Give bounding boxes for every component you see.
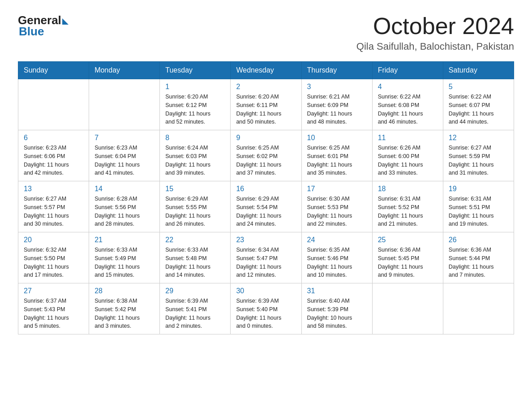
day-number: 4 bbox=[378, 83, 438, 91]
calendar-cell: 22Sunrise: 6:33 AMSunset: 5:48 PMDayligh… bbox=[160, 232, 231, 283]
day-info: Sunrise: 6:25 AMSunset: 6:02 PMDaylight:… bbox=[236, 144, 296, 177]
day-info: Sunrise: 6:34 AMSunset: 5:47 PMDaylight:… bbox=[236, 246, 296, 279]
day-info: Sunrise: 6:32 AMSunset: 5:50 PMDaylight:… bbox=[24, 246, 83, 279]
location-title: Qila Saifullah, Balochistan, Pakistan bbox=[356, 41, 514, 52]
day-info: Sunrise: 6:40 AMSunset: 5:39 PMDaylight:… bbox=[307, 297, 367, 330]
calendar-cell: 9Sunrise: 6:25 AMSunset: 6:02 PMDaylight… bbox=[231, 130, 301, 181]
month-title: October 2024 bbox=[356, 13, 514, 39]
day-info: Sunrise: 6:22 AMSunset: 6:08 PMDaylight:… bbox=[378, 93, 438, 126]
calendar-cell: 1Sunrise: 6:20 AMSunset: 6:12 PMDaylight… bbox=[160, 79, 231, 130]
day-number: 2 bbox=[236, 83, 296, 91]
day-number: 7 bbox=[94, 134, 154, 142]
calendar-cell: 26Sunrise: 6:36 AMSunset: 5:44 PMDayligh… bbox=[443, 232, 514, 283]
day-number: 3 bbox=[307, 83, 367, 91]
calendar-cell: 21Sunrise: 6:33 AMSunset: 5:49 PMDayligh… bbox=[89, 232, 160, 283]
day-info: Sunrise: 6:38 AMSunset: 5:42 PMDaylight:… bbox=[94, 297, 154, 330]
calendar-table: SundayMondayTuesdayWednesdayThursdayFrid… bbox=[18, 61, 514, 334]
calendar-week-4: 20Sunrise: 6:32 AMSunset: 5:50 PMDayligh… bbox=[18, 232, 514, 283]
calendar-cell: 8Sunrise: 6:24 AMSunset: 6:03 PMDaylight… bbox=[160, 130, 231, 181]
day-number: 12 bbox=[449, 134, 508, 142]
day-info: Sunrise: 6:31 AMSunset: 5:52 PMDaylight:… bbox=[378, 195, 438, 228]
day-info: Sunrise: 6:39 AMSunset: 5:40 PMDaylight:… bbox=[236, 297, 296, 330]
day-number: 30 bbox=[236, 287, 296, 295]
day-number: 27 bbox=[24, 287, 83, 295]
calendar-cell bbox=[372, 283, 443, 334]
calendar-week-1: 1Sunrise: 6:20 AMSunset: 6:12 PMDaylight… bbox=[18, 79, 514, 130]
logo-blue-text: Blue bbox=[19, 25, 44, 39]
day-number: 28 bbox=[94, 287, 154, 295]
day-info: Sunrise: 6:20 AMSunset: 6:11 PMDaylight:… bbox=[236, 93, 296, 126]
day-info: Sunrise: 6:27 AMSunset: 5:59 PMDaylight:… bbox=[449, 144, 508, 177]
day-number: 14 bbox=[94, 185, 154, 193]
logo-triangle-icon bbox=[62, 18, 69, 25]
weekday-header-monday: Monday bbox=[89, 62, 160, 79]
day-number: 17 bbox=[307, 185, 367, 193]
day-number: 24 bbox=[307, 236, 367, 244]
calendar-cell: 14Sunrise: 6:28 AMSunset: 5:56 PMDayligh… bbox=[89, 181, 160, 232]
page-header: General Blue October 2024 Qila Saifullah… bbox=[18, 13, 514, 52]
day-info: Sunrise: 6:20 AMSunset: 6:12 PMDaylight:… bbox=[165, 93, 225, 126]
day-number: 15 bbox=[165, 185, 225, 193]
calendar-cell: 19Sunrise: 6:31 AMSunset: 5:51 PMDayligh… bbox=[443, 181, 514, 232]
day-info: Sunrise: 6:29 AMSunset: 5:55 PMDaylight:… bbox=[165, 195, 225, 228]
day-number: 26 bbox=[449, 236, 508, 244]
calendar-cell: 15Sunrise: 6:29 AMSunset: 5:55 PMDayligh… bbox=[160, 181, 231, 232]
day-info: Sunrise: 6:30 AMSunset: 5:53 PMDaylight:… bbox=[307, 195, 367, 228]
day-info: Sunrise: 6:39 AMSunset: 5:41 PMDaylight:… bbox=[165, 297, 225, 330]
day-info: Sunrise: 6:22 AMSunset: 6:07 PMDaylight:… bbox=[449, 93, 508, 126]
day-number: 6 bbox=[24, 134, 83, 142]
calendar-week-3: 13Sunrise: 6:27 AMSunset: 5:57 PMDayligh… bbox=[18, 181, 514, 232]
calendar-cell bbox=[443, 283, 514, 334]
day-info: Sunrise: 6:21 AMSunset: 6:09 PMDaylight:… bbox=[307, 93, 367, 126]
weekday-header-wednesday: Wednesday bbox=[231, 62, 301, 79]
calendar-cell: 23Sunrise: 6:34 AMSunset: 5:47 PMDayligh… bbox=[231, 232, 301, 283]
calendar-week-5: 27Sunrise: 6:37 AMSunset: 5:43 PMDayligh… bbox=[18, 283, 514, 334]
day-number: 5 bbox=[449, 83, 508, 91]
day-number: 1 bbox=[165, 83, 225, 91]
calendar-cell: 20Sunrise: 6:32 AMSunset: 5:50 PMDayligh… bbox=[18, 232, 89, 283]
day-info: Sunrise: 6:23 AMSunset: 6:04 PMDaylight:… bbox=[94, 144, 154, 177]
calendar-cell: 27Sunrise: 6:37 AMSunset: 5:43 PMDayligh… bbox=[18, 283, 89, 334]
day-number: 10 bbox=[307, 134, 367, 142]
day-info: Sunrise: 6:26 AMSunset: 6:00 PMDaylight:… bbox=[378, 144, 438, 177]
weekday-header-tuesday: Tuesday bbox=[160, 62, 231, 79]
day-info: Sunrise: 6:23 AMSunset: 6:06 PMDaylight:… bbox=[24, 144, 83, 177]
weekday-header-saturday: Saturday bbox=[443, 62, 514, 79]
calendar-cell: 7Sunrise: 6:23 AMSunset: 6:04 PMDaylight… bbox=[89, 130, 160, 181]
title-section: October 2024 Qila Saifullah, Balochistan… bbox=[356, 13, 514, 52]
calendar-cell: 31Sunrise: 6:40 AMSunset: 5:39 PMDayligh… bbox=[301, 283, 372, 334]
weekday-header-thursday: Thursday bbox=[301, 62, 372, 79]
logo: General Blue bbox=[18, 13, 69, 39]
day-info: Sunrise: 6:36 AMSunset: 5:44 PMDaylight:… bbox=[449, 246, 508, 279]
day-number: 11 bbox=[378, 134, 438, 142]
calendar-cell: 28Sunrise: 6:38 AMSunset: 5:42 PMDayligh… bbox=[89, 283, 160, 334]
calendar-cell: 11Sunrise: 6:26 AMSunset: 6:00 PMDayligh… bbox=[372, 130, 443, 181]
day-number: 23 bbox=[236, 236, 296, 244]
day-info: Sunrise: 6:27 AMSunset: 5:57 PMDaylight:… bbox=[24, 195, 83, 228]
calendar-cell: 10Sunrise: 6:25 AMSunset: 6:01 PMDayligh… bbox=[301, 130, 372, 181]
day-number: 8 bbox=[165, 134, 225, 142]
day-info: Sunrise: 6:29 AMSunset: 5:54 PMDaylight:… bbox=[236, 195, 296, 228]
calendar-cell: 2Sunrise: 6:20 AMSunset: 6:11 PMDaylight… bbox=[231, 79, 301, 130]
day-info: Sunrise: 6:33 AMSunset: 5:48 PMDaylight:… bbox=[165, 246, 225, 279]
day-info: Sunrise: 6:31 AMSunset: 5:51 PMDaylight:… bbox=[449, 195, 508, 228]
calendar-cell: 12Sunrise: 6:27 AMSunset: 5:59 PMDayligh… bbox=[443, 130, 514, 181]
calendar-cell: 24Sunrise: 6:35 AMSunset: 5:46 PMDayligh… bbox=[301, 232, 372, 283]
calendar-cell: 3Sunrise: 6:21 AMSunset: 6:09 PMDaylight… bbox=[301, 79, 372, 130]
day-info: Sunrise: 6:37 AMSunset: 5:43 PMDaylight:… bbox=[24, 297, 83, 330]
calendar-cell: 6Sunrise: 6:23 AMSunset: 6:06 PMDaylight… bbox=[18, 130, 89, 181]
calendar-cell: 4Sunrise: 6:22 AMSunset: 6:08 PMDaylight… bbox=[372, 79, 443, 130]
day-number: 9 bbox=[236, 134, 296, 142]
day-number: 16 bbox=[236, 185, 296, 193]
day-number: 18 bbox=[378, 185, 438, 193]
calendar-cell: 17Sunrise: 6:30 AMSunset: 5:53 PMDayligh… bbox=[301, 181, 372, 232]
weekday-header-friday: Friday bbox=[372, 62, 443, 79]
calendar-cell: 16Sunrise: 6:29 AMSunset: 5:54 PMDayligh… bbox=[231, 181, 301, 232]
day-info: Sunrise: 6:28 AMSunset: 5:56 PMDaylight:… bbox=[94, 195, 154, 228]
weekday-header-sunday: Sunday bbox=[18, 62, 89, 79]
calendar-cell bbox=[89, 79, 160, 130]
calendar-cell: 13Sunrise: 6:27 AMSunset: 5:57 PMDayligh… bbox=[18, 181, 89, 232]
weekday-header-row: SundayMondayTuesdayWednesdayThursdayFrid… bbox=[18, 62, 514, 79]
calendar-cell: 30Sunrise: 6:39 AMSunset: 5:40 PMDayligh… bbox=[231, 283, 301, 334]
day-number: 29 bbox=[165, 287, 225, 295]
